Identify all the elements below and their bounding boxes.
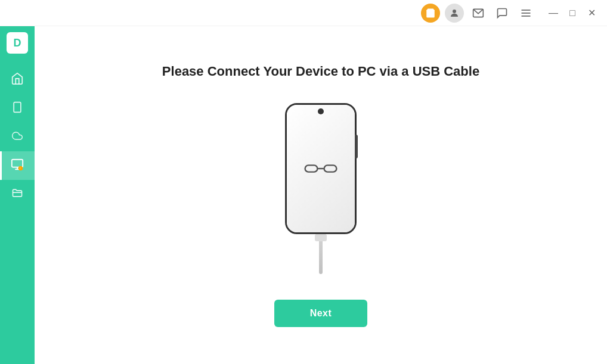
svg-rect-15 [324, 165, 337, 172]
title-bar: — □ ✕ [0, 0, 607, 26]
svg-text:!: ! [20, 167, 21, 170]
cart-icon[interactable] [421, 4, 440, 23]
svg-rect-14 [305, 165, 318, 172]
main-content: Please Connect Your Device to PC via a U… [35, 26, 607, 364]
phone-notch [318, 108, 324, 114]
title-bar-icons: — □ ✕ [421, 4, 600, 23]
user-icon[interactable] [445, 4, 464, 23]
sidebar-item-repair[interactable]: ! [0, 151, 35, 180]
sidebar-item-home[interactable] [0, 66, 35, 94]
link-chain-icon [304, 161, 337, 176]
menu-icon[interactable] [516, 4, 535, 23]
next-button[interactable]: Next [274, 300, 368, 327]
app-logo[interactable]: D [7, 32, 28, 54]
close-button[interactable]: ✕ [583, 5, 600, 21]
phone-body [285, 103, 357, 234]
cable-plug [315, 234, 327, 241]
window-controls: — □ ✕ [545, 5, 600, 21]
sidebar: D [0, 26, 35, 364]
svg-point-1 [453, 10, 456, 13]
sidebar-item-device[interactable] [0, 94, 35, 123]
device-icon [11, 101, 23, 117]
cloud-icon [11, 130, 24, 144]
maximize-button[interactable]: □ [564, 5, 581, 21]
mail-icon[interactable] [469, 4, 488, 23]
sidebar-item-backup[interactable] [0, 123, 35, 151]
phone-side-button [355, 135, 358, 158]
minimize-button[interactable]: — [545, 5, 562, 21]
usb-cable [315, 234, 327, 276]
page-title: Please Connect Your Device to PC via a U… [162, 64, 479, 79]
sidebar-item-files[interactable] [0, 180, 35, 209]
repair-icon: ! [11, 158, 24, 174]
cable-wire [319, 241, 323, 274]
phone-screen [287, 105, 355, 232]
phone-illustration [282, 103, 360, 276]
app-body: D [0, 26, 607, 364]
files-icon [11, 187, 24, 202]
svg-rect-8 [12, 159, 23, 167]
home-icon [11, 72, 24, 88]
chat-icon[interactable] [493, 4, 512, 23]
